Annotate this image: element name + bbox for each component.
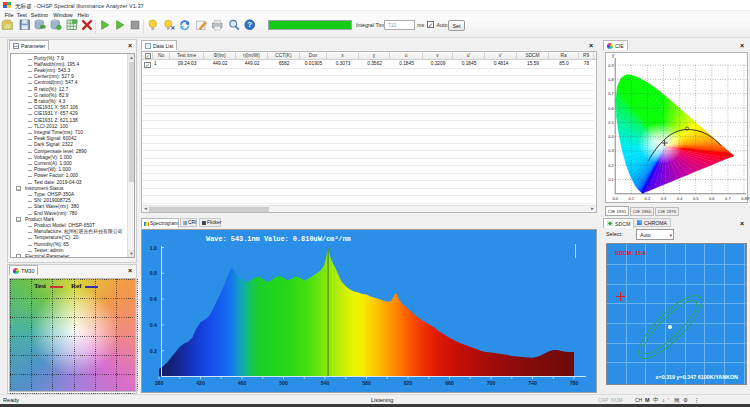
svg-text:0.8: 0.8	[608, 77, 614, 82]
svg-text:0.7: 0.7	[608, 91, 614, 96]
svg-text:0.0: 0.0	[612, 196, 618, 201]
svg-text:0.6: 0.6	[709, 196, 715, 201]
svg-text:0.3: 0.3	[608, 148, 614, 153]
svg-text:0.2: 0.2	[608, 163, 614, 168]
svg-text:0.9: 0.9	[608, 63, 614, 68]
svg-text:0.3: 0.3	[661, 196, 667, 201]
svg-text:0.4: 0.4	[608, 134, 614, 139]
svg-text:0.1: 0.1	[608, 177, 614, 182]
svg-text:0.2: 0.2	[645, 196, 651, 201]
svg-text:0.6: 0.6	[608, 106, 614, 111]
svg-text:0.5: 0.5	[693, 196, 699, 201]
svg-text:0.5: 0.5	[608, 120, 614, 125]
svg-text:0.7: 0.7	[725, 196, 731, 201]
svg-text:y: y	[612, 53, 615, 58]
svg-text:0.4: 0.4	[677, 196, 683, 201]
svg-text:0.1: 0.1	[629, 196, 635, 201]
